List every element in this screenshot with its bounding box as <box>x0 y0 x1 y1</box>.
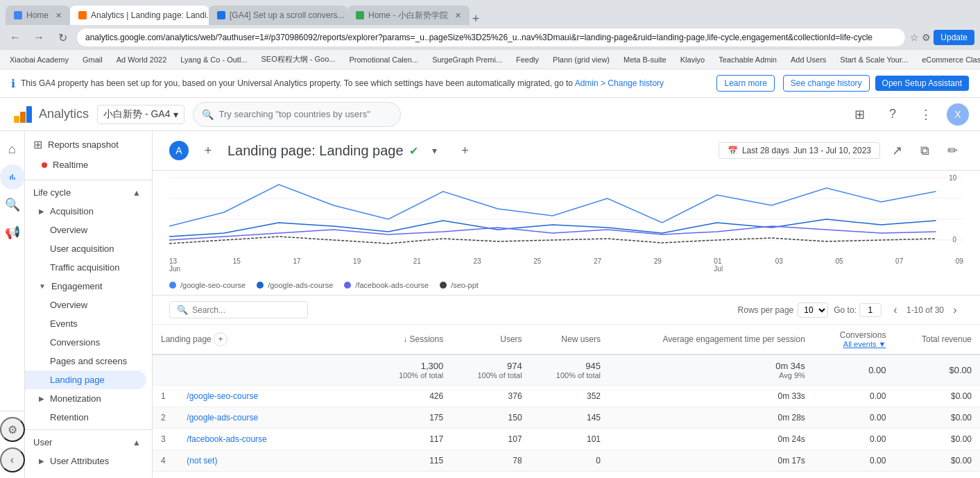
bookmark-promo[interactable]: Promotional Calen... <box>345 54 422 65</box>
compare-button[interactable]: ⧉ <box>913 139 936 162</box>
forward-button[interactable]: → <box>29 28 49 47</box>
tab-ga4[interactable]: [GA4] Set up a scroll convers... ✕ <box>209 6 347 25</box>
sidebar-item-user-acquisition[interactable]: User acquisition <box>25 239 146 258</box>
legend-item-ppt[interactable]: /seo-ppt <box>440 281 479 289</box>
bookmark-seo[interactable]: SEO程程大纲 - Goo... <box>257 53 340 66</box>
th-new-users[interactable]: New users <box>531 325 609 355</box>
add-dimension-button[interactable]: + <box>214 332 227 346</box>
avatar[interactable]: X <box>947 103 969 126</box>
admin-button[interactable]: ⚙ <box>0 417 25 442</box>
sidebar-group-lifecycle[interactable]: Life cycle ▲ <box>25 183 152 202</box>
tab-close-home2[interactable]: ✕ <box>455 11 461 20</box>
back-button[interactable]: ← <box>6 28 25 47</box>
tab-home[interactable]: Home ✕ <box>6 6 70 25</box>
go-to-input[interactable] <box>859 303 882 317</box>
sidebar-item-pages-screens[interactable]: Pages and screens <box>25 352 146 370</box>
sidebar-item-reports-snapshot[interactable]: ⊞ Reports snapshot <box>25 134 146 155</box>
search-input[interactable] <box>219 109 392 119</box>
page-link-2[interactable]: /google-ads-course <box>187 413 258 422</box>
sidebar-group-engagement[interactable]: ▼ Engagement <box>25 277 146 296</box>
rows-per-page-select[interactable]: 10 25 50 <box>798 302 828 318</box>
legend-item-fb[interactable]: /facebook-ads-course <box>344 281 429 289</box>
see-change-history-button[interactable]: See change history <box>783 75 870 92</box>
row-num-1: 1 <box>153 386 178 407</box>
th-landing-page[interactable]: Landing page + <box>153 325 373 355</box>
sidebar-item-landing-page[interactable]: Landing page <box>25 370 146 389</box>
bookmark-plann[interactable]: Plann (grid view) <box>549 54 614 65</box>
sidebar-icon-home[interactable]: ⌂ <box>0 137 25 162</box>
row-avg-eng-5: 0m 36s <box>609 472 814 479</box>
bookmark-meta[interactable]: Meta B-suite <box>619 54 671 65</box>
ga-property-selector[interactable]: 小白新势 - GA4 ▾ <box>97 105 184 124</box>
page-link-1[interactable]: /google-seo-course <box>187 391 258 401</box>
page-link-3[interactable]: /facebook-ads-course <box>187 434 266 444</box>
share-button[interactable]: ↗ <box>886 139 908 162</box>
th-avg-engagement[interactable]: Average engagement time per session <box>609 325 814 355</box>
bookmark-adworld[interactable]: Ad World 2022 <box>112 54 171 65</box>
more-options-button[interactable]: ⋮ <box>913 102 938 127</box>
bookmark-surge[interactable]: SurgeGraph Premi... <box>428 54 506 65</box>
legend-item-seo[interactable]: /google-seo-course <box>169 281 246 289</box>
th-sessions[interactable]: ↓ Sessions <box>373 325 452 355</box>
table-search-input[interactable] <box>192 305 300 315</box>
table-search-box[interactable]: 🔍 <box>169 301 308 318</box>
sidebar-item-conversions[interactable]: Conversions <box>25 333 146 352</box>
realtime-indicator <box>42 162 47 168</box>
sidebar-label-retention: Retention <box>50 412 89 422</box>
ga-search-box[interactable]: 🔍 <box>193 102 401 127</box>
prev-page-button[interactable]: ‹ <box>887 302 904 318</box>
totals-new-users-pct: 100% of total <box>539 371 601 379</box>
edit-button[interactable]: ✏ <box>941 139 963 162</box>
sidebar-icon-reports[interactable] <box>0 164 25 189</box>
sidebar-item-traffic-acquisition[interactable]: Traffic acquisition <box>25 258 146 277</box>
open-setup-button[interactable]: Open Setup Assistant <box>875 76 969 91</box>
bookmark-button[interactable]: ☆ <box>910 30 919 45</box>
sidebar-item-overview-eng[interactable]: Overview <box>25 296 146 314</box>
tab-analytics[interactable]: Analytics | Landing page: Landi... ✕ <box>70 6 209 25</box>
grid-view-button[interactable]: ⊞ <box>847 102 872 127</box>
extension-button[interactable]: ⚙ <box>922 30 931 45</box>
bookmark-feedly[interactable]: Feedly <box>512 54 543 65</box>
sidebar-group-user-attributes[interactable]: ▶ User Attributes <box>25 452 146 467</box>
sidebar-item-realtime[interactable]: Realtime <box>25 155 152 174</box>
th-total-revenue[interactable]: Total revenue <box>894 325 980 355</box>
reload-button[interactable]: ↻ <box>53 28 72 47</box>
report-title-chevron-button[interactable]: ▾ <box>424 139 446 162</box>
sidebar-item-events[interactable]: Events <box>25 314 146 333</box>
bookmark-lyang[interactable]: Lyang & Co - Outl... <box>176 54 251 65</box>
address-box[interactable]: analytics.google.com/analytics/web/?auth… <box>76 28 906 47</box>
date-range-button[interactable]: 📅 Last 28 days Jun 13 - Jul 10, 2023 <box>719 142 880 159</box>
bookmark-start[interactable]: Start & Scale Your... <box>836 54 912 65</box>
sidebar-item-overview-acq[interactable]: Overview <box>25 221 146 239</box>
all-events-link[interactable]: All events ▼ <box>843 340 886 348</box>
learn-more-button[interactable]: Learn more <box>716 75 774 92</box>
next-page-button[interactable]: › <box>947 302 963 318</box>
tab-home2[interactable]: Home - 小白新势学院 ✕ <box>347 6 470 25</box>
bookmark-addusers[interactable]: Add Users <box>786 54 830 65</box>
new-tab-button[interactable]: + <box>472 12 480 25</box>
collapse-sidebar-button[interactable]: ‹ <box>0 447 25 472</box>
legend-item-ads[interactable]: /google-ads-course <box>257 281 333 289</box>
page-link-4[interactable]: (not set) <box>187 456 217 466</box>
sidebar-group-monetization[interactable]: ▶ Monetization <box>25 389 146 408</box>
sidebar-group-user[interactable]: User ▲ <box>25 433 152 452</box>
sidebar-icon-advertising[interactable]: 📢 <box>0 220 25 245</box>
add-report-button[interactable]: + <box>197 139 219 162</box>
table-row: 2 /google-ads-course 175 150 145 0m 28s … <box>153 407 980 429</box>
sidebar-item-retention[interactable]: Retention <box>25 408 146 427</box>
sidebar-label-conversions: Conversions <box>50 337 100 348</box>
th-users[interactable]: Users <box>452 325 530 355</box>
bookmark-xiaobai[interactable]: Xiaobai Academy <box>6 54 73 65</box>
sidebar-group-acquisition[interactable]: ▶ Acquisition <box>25 202 146 221</box>
help-button[interactable]: ? <box>880 102 905 127</box>
banner-admin-link[interactable]: Admin > Change history <box>575 78 664 88</box>
bookmark-klaviyo[interactable]: Klaviyo <box>676 54 709 65</box>
bookmark-ecom[interactable]: eCommerce Class... <box>918 54 980 65</box>
sidebar-icon-explore[interactable]: 🔍 <box>0 192 25 217</box>
add-to-report-button[interactable]: + <box>454 139 476 162</box>
bookmark-teachable[interactable]: Teachable Admin <box>714 54 781 65</box>
th-conversions[interactable]: Conversions All events ▼ <box>814 325 895 355</box>
tab-close-home[interactable]: ✕ <box>55 11 62 20</box>
bookmark-gmail[interactable]: Gmail <box>78 54 107 65</box>
update-button[interactable]: Update <box>934 30 974 45</box>
